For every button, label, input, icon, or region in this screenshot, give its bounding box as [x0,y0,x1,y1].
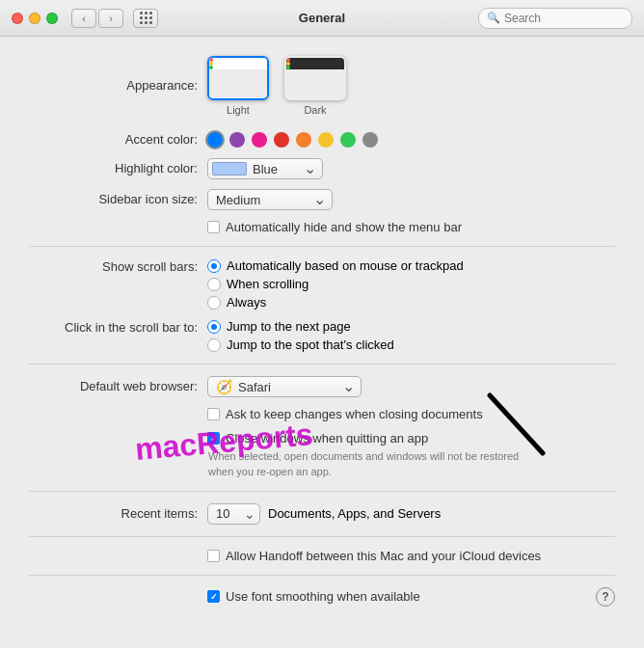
light-label: Light [227,104,250,116]
scroll-bars-options: Automatically based on mouse or trackpad… [207,258,464,310]
appearance-light[interactable]: Light [207,56,269,116]
font-smoothing-label: Use font smoothing when available [226,589,420,604]
dark-label: Dark [304,104,326,116]
click-scroll-label: Click in the scroll bar to: [29,319,198,337]
menu-bar-checkbox-container[interactable]: Automatically hide and show the menu bar [207,220,462,234]
accent-colors [207,132,378,148]
ask-changes-checkbox[interactable] [207,408,220,420]
main-content: Appearance: Light [0,37,644,648]
maximize-button[interactable] [46,13,58,24]
search-box[interactable]: 🔍 [478,8,632,29]
separator-3 [29,491,615,492]
close-windows-label: Close windows when quitting an app [226,431,428,446]
appearance-label: Appearance: [29,77,198,94]
recent-items-value: 10 [216,506,229,521]
highlight-color-label: Highlight color: [29,160,198,177]
recent-items-label: Recent items: [29,505,198,523]
accent-green[interactable] [340,132,356,148]
accent-yellow[interactable] [318,132,334,148]
highlight-color-row: Highlight color: Blue ⌄ [29,158,615,179]
window-title: General [299,11,345,25]
traffic-lights [12,13,58,24]
click-spot[interactable]: Jump to the spot that's clicked [207,338,394,352]
click-spot-radio[interactable] [207,338,221,352]
dark-thumb-bar [286,58,344,69]
separator-4 [29,536,615,537]
accent-color-row: Accent color: [29,131,615,148]
accent-orange[interactable] [296,132,311,148]
back-button[interactable]: ‹ [71,9,96,28]
close-windows-checkbox[interactable] [207,432,220,445]
ask-changes-row: Ask to keep changes when closing documen… [29,407,615,421]
font-smoothing-row: Use font smoothing when available ? [29,587,615,607]
ask-changes-container[interactable]: Ask to keep changes when closing documen… [207,407,483,421]
appearance-dark[interactable]: Dark [284,56,346,116]
scroll-auto-label: Automatically based on mouse or trackpad [227,258,464,273]
font-smoothing-container[interactable]: Use font smoothing when available [207,589,420,604]
dark-thumb [284,56,346,100]
sidebar-icon-value: Medium [216,193,260,207]
close-windows-row: Close windows when quitting an app When … [29,431,615,479]
safari-icon: 🧭 [216,379,232,394]
forward-button[interactable]: › [98,9,123,28]
default-browser-value: Safari [238,380,271,394]
scroll-scrolling[interactable]: When scrolling [207,277,464,291]
scroll-scrolling-radio[interactable] [207,278,221,291]
menu-bar-checkbox-label: Automatically hide and show the menu bar [226,220,462,234]
search-icon: 🔍 [487,12,500,24]
accent-pink[interactable] [252,132,267,148]
click-next-page[interactable]: Jump to the next page [207,319,394,334]
separator-1 [29,246,615,247]
appearance-options: Light Dark [207,56,346,116]
separator-5 [29,575,615,576]
handoff-label: Allow Handoff between this Mac and your … [226,549,541,563]
scroll-auto-radio[interactable] [207,259,221,273]
menu-bar-row: Automatically hide and show the menu bar [29,220,615,234]
separator-2 [29,364,615,364]
highlight-arrow-icon: ⌄ [304,161,316,176]
scroll-auto[interactable]: Automatically based on mouse or trackpad [207,258,464,273]
accent-color-label: Accent color: [29,131,198,148]
menu-bar-checkbox[interactable] [207,221,220,233]
grid-button[interactable] [133,9,158,28]
click-next-page-label: Jump to the next page [227,319,351,334]
accent-purple[interactable] [229,132,245,148]
font-smoothing-checkbox[interactable] [207,590,220,603]
scroll-always-label: Always [227,295,266,310]
titlebar: ‹ › General 🔍 [0,0,644,37]
handoff-row: Allow Handoff between this Mac and your … [29,549,615,563]
click-spot-label: Jump to the spot that's clicked [227,338,394,352]
close-windows-container[interactable]: Close windows when quitting an app [207,431,546,446]
default-browser-label: Default web browser: [29,378,198,395]
nav-buttons: ‹ › [71,9,123,28]
highlight-dropdown[interactable]: Blue ⌄ [207,158,323,179]
sidebar-icon-dropdown[interactable]: Medium ⌄ [207,189,333,210]
click-scroll-options: Jump to the next page Jump to the spot t… [207,319,394,352]
scroll-always-radio[interactable] [207,296,221,310]
search-input[interactable] [504,12,624,25]
accent-blue[interactable] [207,132,223,148]
highlight-value: Blue [253,162,278,176]
scroll-bars-row: Show scroll bars: Automatically based on… [29,258,615,310]
scroll-bars-label: Show scroll bars: [29,258,198,276]
close-windows-note: When selected, open documents and window… [208,449,546,479]
light-thumb [207,56,269,100]
scroll-always[interactable]: Always [207,295,464,310]
minimize-button[interactable] [29,13,40,24]
default-browser-row: Default web browser: 🧭 Safari ⌄ [29,376,615,397]
scroll-scrolling-label: When scrolling [227,277,309,291]
accent-red[interactable] [274,132,289,148]
close-button[interactable] [12,13,23,24]
recent-items-dropdown[interactable]: 10 ⌄ [207,503,260,525]
click-next-page-radio[interactable] [207,320,221,334]
recent-items-row: Recent items: 10 ⌄ Documents, Apps, and … [29,503,615,525]
sidebar-icon-arrow-icon: ⌄ [313,192,326,207]
highlight-swatch [212,162,247,176]
ask-changes-label: Ask to keep changes when closing documen… [226,407,483,421]
accent-gray[interactable] [362,132,378,148]
handoff-container[interactable]: Allow Handoff between this Mac and your … [207,549,541,563]
help-button[interactable]: ? [596,587,615,607]
handoff-checkbox[interactable] [207,550,220,562]
default-browser-dropdown[interactable]: 🧭 Safari ⌄ [207,376,362,397]
light-thumb-bar [209,58,267,69]
